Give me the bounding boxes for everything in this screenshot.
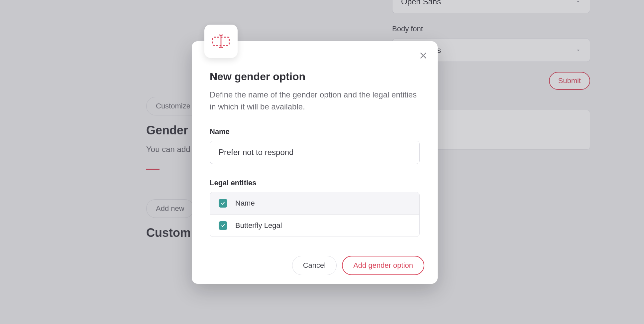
modal-description: Define the name of the gender option and… xyxy=(210,89,420,113)
legal-entities-header-row: Name xyxy=(210,192,419,215)
select-all-checkbox[interactable] xyxy=(219,199,227,208)
cancel-button[interactable]: Cancel xyxy=(292,256,337,275)
legal-entities-table: Name Butterfly Legal xyxy=(210,192,420,237)
input-field-icon xyxy=(212,33,230,49)
legal-entities-label: Legal entities xyxy=(210,179,420,187)
entity-checkbox[interactable] xyxy=(219,221,227,230)
column-header-name: Name xyxy=(235,199,255,208)
check-icon xyxy=(220,201,226,206)
close-icon xyxy=(418,51,428,61)
name-field-label: Name xyxy=(210,127,420,136)
new-gender-option-modal: New gender option Define the name of the… xyxy=(192,41,438,284)
legal-entity-row: Butterfly Legal xyxy=(210,215,419,237)
entity-name: Butterfly Legal xyxy=(235,221,282,230)
modal-icon-badge xyxy=(204,25,238,58)
close-button[interactable] xyxy=(418,51,428,61)
modal-footer: Cancel Add gender option xyxy=(192,247,438,284)
name-input[interactable] xyxy=(210,141,420,164)
modal-title: New gender option xyxy=(210,71,420,83)
check-icon xyxy=(220,223,226,228)
add-gender-option-button[interactable]: Add gender option xyxy=(342,256,424,275)
